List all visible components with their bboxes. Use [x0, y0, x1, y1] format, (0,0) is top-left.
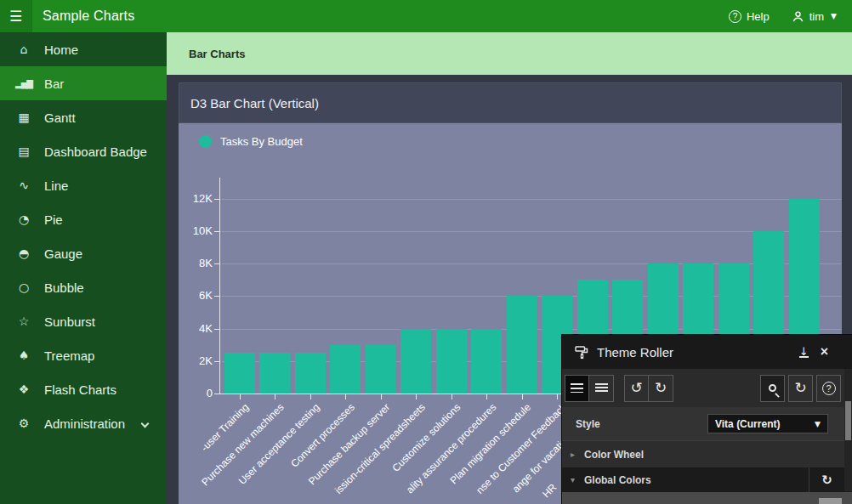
sidebar-item-flash-charts[interactable]: ❖Flash Charts: [0, 372, 167, 406]
undo-button[interactable]: ↺: [624, 375, 649, 402]
y-axis-label: 0: [180, 387, 213, 399]
close-icon[interactable]: ×: [821, 346, 828, 358]
y-axis-label: 4K: [180, 322, 213, 335]
x-axis-tick: [240, 394, 241, 399]
sidebar-item-gauge[interactable]: ◓Gauge: [0, 236, 167, 270]
x-axis-tick: [345, 394, 346, 399]
chart-panel-header: D3 Bar Chart (Vertical): [179, 82, 842, 123]
gauge-icon: ◓: [14, 246, 34, 260]
help-label: Help: [747, 10, 770, 23]
gridline: [219, 199, 842, 200]
paint-roller-icon: [574, 344, 589, 360]
sunburst-icon: ☆: [14, 314, 34, 328]
style-label: Style: [576, 418, 707, 430]
y-axis-line: [219, 178, 220, 394]
scrollbar-thumb[interactable]: [845, 401, 851, 440]
sidebar-item-label: Dashboard Badge: [44, 144, 147, 159]
flash-charts-icon: ❖: [14, 382, 34, 396]
bar[interactable]: [400, 329, 431, 394]
chevron-right-icon: ▸: [571, 450, 584, 459]
section-color-wheel-label: Color Wheel: [584, 449, 644, 461]
theme-roller-panel: Theme Roller ↓ × ↺↻↻? Style Vita (Curren…: [561, 334, 852, 504]
chevron-down-icon: ▾: [571, 475, 584, 484]
download-icon[interactable]: ↓: [799, 347, 809, 358]
sidebar: ⌂Home▂▅▇Bar▦Gantt▤Dashboard Badge∿Line◔P…: [0, 32, 167, 504]
refresh-icon: ↻: [794, 381, 806, 395]
bar[interactable]: [436, 329, 467, 394]
sidebar-item-label: Sunburst: [44, 314, 95, 329]
y-axis-label: 8K: [180, 257, 213, 269]
sidebar-item-dashboard-badge[interactable]: ▤Dashboard Badge: [0, 134, 167, 168]
style-select[interactable]: Vita (Current) ▼: [707, 414, 828, 433]
sidebar-item-label: Gauge: [44, 246, 82, 261]
home-icon: ⌂: [14, 42, 34, 56]
line-chart-icon: ∿: [14, 178, 34, 192]
refresh-icon[interactable]: ↻: [809, 467, 844, 492]
sidebar-item-label: Bar: [44, 76, 64, 91]
list-compact-icon: [571, 383, 583, 393]
sidebar-item-sunburst[interactable]: ☆Sunburst: [0, 304, 167, 338]
refresh-button[interactable]: ↻: [788, 375, 813, 402]
sidebar-item-label: Flash Charts: [44, 382, 116, 397]
bar[interactable]: [259, 353, 290, 394]
x-axis-tick: [486, 394, 487, 399]
sidebar-item-line[interactable]: ∿Line: [0, 168, 167, 202]
global-colors-content: [562, 492, 852, 504]
menu-toggle-button[interactable]: ☰: [0, 0, 32, 32]
chart-panel-title: D3 Bar Chart (Vertical): [190, 96, 319, 110]
redo-button[interactable]: ↻: [649, 375, 673, 402]
detailed-view-button[interactable]: [589, 375, 614, 402]
chart-legend[interactable]: Tasks By Budget: [199, 135, 303, 148]
pie-chart-icon: ◔: [14, 212, 34, 226]
x-axis-tick: [452, 394, 452, 399]
section-global-colors[interactable]: ▾ Global Colors ↻: [562, 467, 852, 492]
legend-swatch-icon: [199, 135, 212, 148]
sidebar-item-gantt[interactable]: ▦Gantt: [0, 100, 167, 134]
bar[interactable]: [471, 329, 502, 394]
color-swatch[interactable]: [819, 498, 842, 504]
help-icon: ?: [729, 10, 741, 23]
user-name: tim: [809, 10, 824, 23]
list-detailed-icon: [595, 383, 608, 394]
help-button[interactable]: ?: [816, 375, 841, 402]
bar[interactable]: [366, 345, 396, 394]
app-title: Sample Charts: [43, 8, 134, 24]
bar[interactable]: [295, 353, 326, 394]
search-icon: [769, 384, 776, 392]
dashboard-badge-icon: ▤: [14, 144, 34, 158]
sidebar-item-pie[interactable]: ◔Pie: [0, 202, 167, 236]
sidebar-item-bar[interactable]: ▂▅▇Bar: [0, 66, 167, 100]
sidebar-item-treemap[interactable]: ♠Treemap: [0, 338, 167, 372]
x-axis-tick: [275, 394, 275, 399]
x-axis-tick: [381, 394, 382, 399]
sidebar-item-bubble[interactable]: ○Bubble: [0, 270, 167, 304]
y-axis-label: 6K: [180, 289, 213, 302]
chevron-down-icon: [141, 419, 150, 428]
sidebar-item-home[interactable]: ⌂Home: [0, 32, 167, 66]
section-global-colors-label: Global Colors: [584, 474, 651, 486]
theme-roller-toolbar: ↺↻↻?: [562, 369, 852, 407]
undo-icon: ↺: [630, 381, 642, 395]
legend-label: Tasks By Budget: [220, 135, 303, 148]
help-button[interactable]: ? Help: [729, 10, 770, 23]
bar[interactable]: [224, 353, 255, 394]
section-color-wheel[interactable]: ▸ Color Wheel: [562, 440, 852, 467]
sidebar-item-administration[interactable]: ⚙Administration: [0, 406, 167, 440]
bar[interactable]: [330, 345, 361, 394]
user-menu[interactable]: tim ▼: [792, 10, 837, 23]
theme-roller-header: Theme Roller ↓ ×: [562, 335, 852, 369]
y-axis-label: 12K: [180, 192, 213, 205]
x-axis-tick: [310, 394, 311, 399]
x-axis-tick: [522, 394, 523, 399]
style-select-value: Vita (Current): [715, 418, 780, 430]
chevron-down-icon: ▼: [815, 420, 821, 428]
hamburger-icon: ☰: [9, 8, 22, 25]
sidebar-item-label: Treemap: [44, 348, 94, 363]
search-button[interactable]: [760, 375, 785, 402]
list-view-button[interactable]: [565, 375, 589, 402]
user-icon: [792, 10, 804, 23]
sidebar-item-label: Pie: [44, 212, 63, 227]
gantt-icon: ▦: [14, 110, 34, 124]
theme-roller-scrollbar[interactable]: [844, 369, 852, 491]
bar[interactable]: [507, 296, 537, 394]
